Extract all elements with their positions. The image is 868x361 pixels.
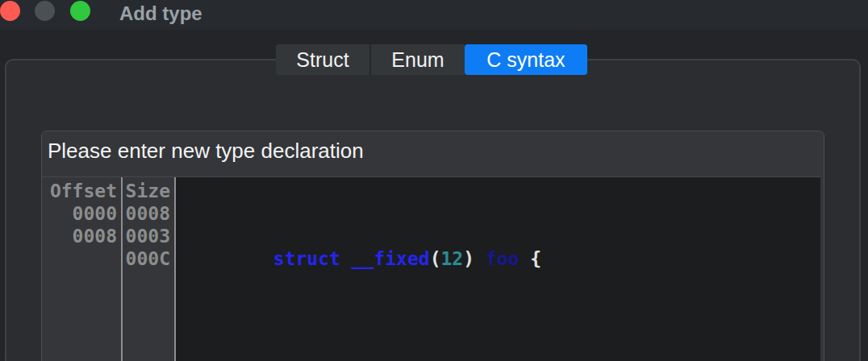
minimize-button[interactable] [35, 1, 55, 21]
offset-value [42, 247, 117, 270]
declaration-panel: Please enter new type declaration Offset… [41, 131, 824, 361]
tab-enum[interactable]: Enum [369, 44, 465, 75]
window-title: Add type [119, 0, 202, 27]
offset-value: 0000 [42, 202, 117, 225]
code-line: __at(0) int *x; [184, 338, 820, 361]
size-value: 0003 [123, 225, 170, 247]
zoom-button[interactable] [70, 1, 90, 21]
tab-bar: Struct Enum C syntax [276, 44, 587, 75]
offset-gutter-column: Offset 0000 0008 [42, 177, 121, 361]
type-declaration-editor[interactable]: Offset 0000 0008 Size 0008 0003 000C str… [42, 176, 820, 361]
code-text-area[interactable]: struct __fixed(12) foo { __at(0) int *x;… [176, 177, 820, 361]
tab-struct[interactable]: Struct [276, 44, 369, 75]
code-line: struct __fixed(12) foo { [184, 225, 820, 293]
size-gutter-column: Size 0008 0003 000C [123, 177, 174, 361]
size-header: Size [123, 180, 170, 202]
size-value: 000C [123, 247, 170, 270]
offset-value: 0008 [42, 225, 117, 247]
declaration-prompt-label: Please enter new type declaration [42, 131, 824, 176]
size-value: 0008 [123, 202, 170, 225]
offset-header: Offset [42, 180, 117, 202]
tab-c-syntax[interactable]: C syntax [465, 44, 587, 75]
close-button[interactable] [0, 1, 20, 21]
titlebar: Add type [0, 0, 868, 30]
